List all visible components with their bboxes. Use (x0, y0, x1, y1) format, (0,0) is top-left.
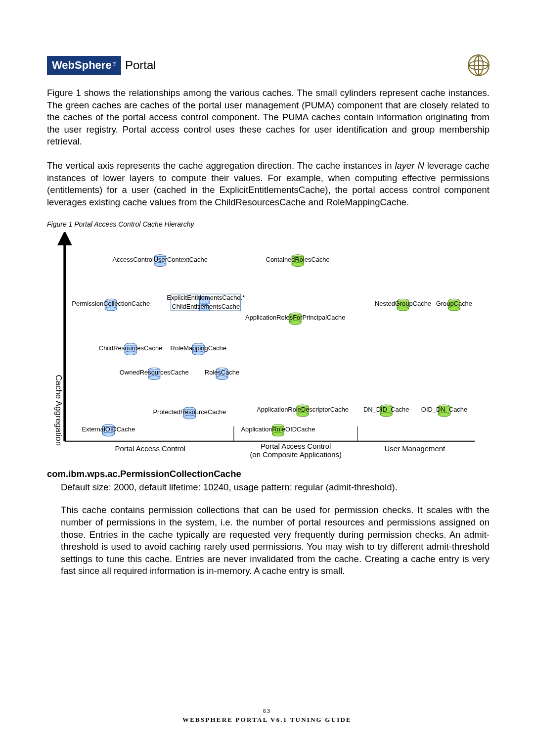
node-RolesCache: RolesCache (205, 368, 239, 380)
svg-text:ChildResourcesCache: ChildResourcesCache (99, 344, 162, 352)
node-ExternalOIDCache: ExternalOIDCache (82, 425, 135, 436)
svg-text:ChildEntitlementsCache: ChildEntitlementsCache (172, 303, 240, 310)
node-OID-DN-Cache: OID_DN_Cache (421, 405, 467, 417)
node-ChildResourcesCache: ChildResourcesCache (99, 343, 162, 355)
svg-text:OID_DN_Cache: OID_DN_Cache (421, 406, 467, 413)
svg-text:ApplicationRoleDescriptorCache: ApplicationRoleDescriptorCache (257, 406, 349, 413)
p2-part-a: The vertical axis represents the cache a… (47, 160, 395, 171)
logo: WebSphere ® Portal (47, 56, 156, 75)
svg-point-41 (192, 351, 204, 355)
svg-text:DN_DID_Cache: DN_DID_Cache (363, 406, 409, 413)
svg-point-61 (297, 413, 309, 417)
page-footer: 63 WEBSPHERE PORTAL V6.1 TUNING GUIDE (0, 708, 534, 724)
col-1-label: Portal Access Control (261, 442, 331, 450)
svg-point-49 (216, 376, 228, 380)
svg-text:RoleMappingCache: RoleMappingCache (171, 344, 226, 352)
node-OwnedResourcesCache: OwnedResourcesCache (120, 368, 189, 380)
document-page: WebSphere ® Portal Figure 1 shows the re… (0, 0, 534, 756)
svg-point-57 (183, 415, 195, 419)
trademark-symbol: ® (113, 61, 116, 67)
svg-point-6 (154, 263, 166, 267)
svg-point-37 (125, 351, 136, 355)
node-RoleMappingCache: RoleMappingCache (171, 343, 226, 355)
svg-text:PermissionCollectionCache: PermissionCollectionCache (72, 300, 150, 308)
svg-point-10 (292, 263, 304, 267)
svg-text:AccessControlUserContextCache: AccessControlUserContextCache (113, 256, 208, 263)
svg-text:OwnedResourcesCache: OwnedResourcesCache (120, 369, 189, 377)
svg-point-53 (102, 432, 114, 436)
paragraph-2: The vertical axis represents the cache a… (47, 160, 490, 208)
node-PermissionCollectionCache: PermissionCollectionCache (72, 299, 150, 311)
col-2-label: User Management (385, 445, 445, 453)
svg-text:ContainedRolesCache: ContainedRolesCache (266, 256, 330, 263)
figure-caption: Figure 1 Portal Access Control Cache Hie… (47, 220, 490, 228)
section-body: Default size: 2000, default lifetime: 10… (61, 481, 490, 577)
svg-point-69 (380, 413, 392, 417)
node-ProtectedResourceCache: ProtectedResourceCache (153, 407, 226, 419)
node-ApplicationRoleOIDCache: ApplicationRoleOIDCache (241, 425, 315, 436)
svg-point-25 (289, 321, 301, 325)
svg-point-45 (148, 376, 160, 380)
page-number: 63 (0, 708, 534, 714)
node-GroupCache: GroupCache (436, 299, 472, 311)
node-ExplicitEntitlementsCache: ExplicitEntitlementsCache.* ChildEntitle… (167, 294, 245, 311)
col-0-label: Portal Access Control (115, 445, 186, 453)
node-ApplicationRolesForPrincipalCache: ApplicationRolesForPrincipalCache (245, 313, 345, 325)
footer-title: WEBSPHERE PORTAL V6.1 TUNING GUIDE (182, 716, 352, 723)
node-DN-DID-Cache: DN_DID_Cache (363, 405, 409, 417)
section-description: This cache contains permission collectio… (61, 504, 490, 577)
svg-text:NestedGroupCache: NestedGroupCache (375, 300, 431, 308)
svg-point-14 (105, 307, 117, 311)
svg-text:ApplicationRoleOIDCache: ApplicationRoleOIDCache (241, 425, 315, 433)
svg-point-33 (448, 307, 460, 311)
svg-point-65 (272, 432, 284, 436)
cache-hierarchy-figure: Cache Aggregation Portal Access Control … (47, 232, 490, 458)
section-heading: com.ibm.wps.ac.PermissionCollectionCache (47, 469, 490, 479)
globe-icon (468, 54, 490, 76)
p2-layer-term: layer N (395, 160, 424, 171)
node-AccessControlUserContextCache: AccessControlUserContextCache (113, 255, 208, 267)
cache-hierarchy-svg: Cache Aggregation Portal Access Control … (47, 232, 490, 458)
svg-text:GroupCache: GroupCache (436, 300, 472, 308)
svg-text:ExplicitEntitlementsCache.*: ExplicitEntitlementsCache.* (167, 294, 245, 302)
svg-text:ProtectedResourceCache: ProtectedResourceCache (153, 408, 226, 416)
svg-text:RolesCache: RolesCache (205, 369, 239, 377)
brand-badge: WebSphere ® (47, 56, 121, 75)
axis-label: Cache Aggregation (54, 375, 63, 446)
svg-point-73 (439, 413, 450, 417)
svg-point-29 (397, 307, 409, 311)
col-1-sublabel: (on Composite Applications) (250, 451, 342, 459)
product-name: Portal (125, 58, 156, 72)
paragraph-1: Figure 1 shows the relationships among t… (47, 87, 490, 148)
node-ApplicationRoleDescriptorCache: ApplicationRoleDescriptorCache (257, 405, 349, 417)
svg-text:ApplicationRolesForPrincipalCa: ApplicationRolesForPrincipalCache (245, 314, 345, 321)
page-header: WebSphere ® Portal (47, 54, 490, 76)
brand-text: WebSphere (52, 59, 112, 72)
svg-text:ExternalOIDCache: ExternalOIDCache (82, 425, 135, 433)
section-defaults-line: Default size: 2000, default lifetime: 10… (61, 481, 490, 494)
node-NestedGroupCache: NestedGroupCache (375, 299, 431, 311)
node-ContainedRolesCache: ContainedRolesCache (266, 255, 330, 267)
